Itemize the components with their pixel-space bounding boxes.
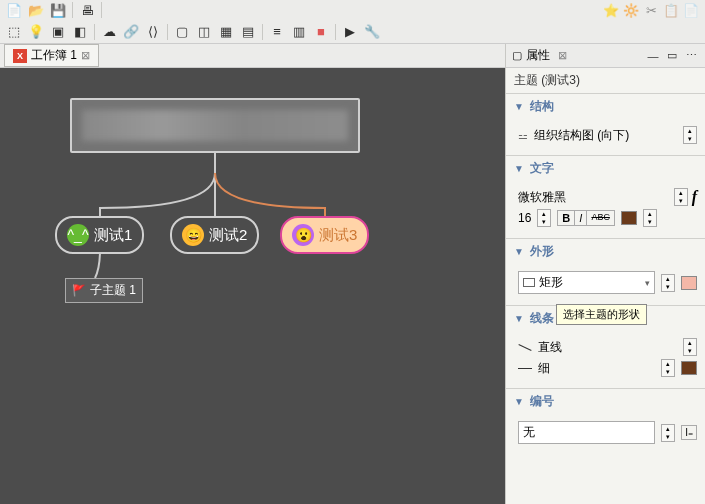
tree-icon[interactable]: ▣: [50, 24, 66, 40]
collapse-icon: ▼: [514, 396, 524, 407]
number-dropdown[interactable]: 无: [518, 421, 655, 444]
text-color-swatch[interactable]: [621, 211, 637, 225]
smile-green-icon: ^_^: [67, 224, 89, 246]
props-close-icon[interactable]: ⊠: [558, 49, 567, 62]
font-row: 微软雅黑 ▴▾ f: [518, 188, 697, 206]
color-spinner[interactable]: ▴▾: [643, 209, 657, 227]
mindmap-canvas[interactable]: ^_^ 测试1 😄 测试2 😮 测试3 🚩 子主题 1: [0, 68, 505, 504]
paste-icon[interactable]: 📄: [683, 2, 699, 18]
separator: [72, 2, 73, 18]
weight-spinner[interactable]: ▴▾: [661, 359, 675, 377]
line-weight[interactable]: 细: [538, 360, 550, 377]
node-label: 测试1: [94, 226, 132, 245]
align1-icon[interactable]: ≡: [269, 24, 285, 40]
separator: [167, 24, 168, 40]
brackets-icon[interactable]: ⟨⟩: [145, 24, 161, 40]
main-toolbar: 📄 📂 💾 🖶 ⭐ 🔆 ✂ 📋 📄: [0, 0, 705, 20]
copy-icon[interactable]: 📋: [663, 2, 679, 18]
box3-icon[interactable]: ▦: [218, 24, 234, 40]
size-spinner[interactable]: ▴▾: [537, 209, 551, 227]
italic-sample-icon[interactable]: f: [692, 188, 697, 206]
play-icon[interactable]: ▶: [342, 24, 358, 40]
text-header[interactable]: ▼ 文字: [506, 156, 705, 181]
shape-value: 矩形: [539, 274, 563, 291]
workbook-tab[interactable]: X 工作簿 1 ⊠: [4, 44, 99, 67]
number-header[interactable]: ▼ 编号: [506, 389, 705, 414]
font-size[interactable]: 16: [518, 211, 531, 225]
open-icon[interactable]: 📂: [28, 2, 44, 18]
tool-icon[interactable]: 🔧: [364, 24, 380, 40]
section-title: 结构: [530, 98, 554, 115]
strike-button[interactable]: ABC: [587, 211, 614, 225]
link-icon[interactable]: 🔗: [123, 24, 139, 40]
italic-button[interactable]: I: [575, 211, 587, 225]
line-color-swatch[interactable]: [681, 361, 697, 375]
box4-icon[interactable]: ▤: [240, 24, 256, 40]
collapse-icon: ▼: [514, 101, 524, 112]
menu-icon[interactable]: ⋯: [683, 48, 699, 64]
root-node[interactable]: [70, 98, 360, 153]
home-icon[interactable]: ⬚: [6, 24, 22, 40]
shape-tooltip: 选择主题的形状: [556, 304, 647, 325]
drop-icon[interactable]: 🔆: [623, 2, 639, 18]
line-weight-row: 细 ▴▾: [518, 359, 697, 377]
red-icon[interactable]: ■: [313, 24, 329, 40]
style-buttons: B I ABC: [557, 210, 615, 226]
node-test1[interactable]: ^_^ 测试1: [55, 216, 144, 254]
cut-icon[interactable]: ✂: [643, 2, 659, 18]
print-icon[interactable]: 🖶: [79, 2, 95, 18]
topic-indicator: 主题 (测试3): [506, 68, 705, 93]
section-line: ▼ 线条 选择主题的形状 直线 ▴▾ 细 ▴▾: [506, 305, 705, 388]
box1-icon[interactable]: ▢: [174, 24, 190, 40]
separator: [262, 24, 263, 40]
child-subtopic[interactable]: 🚩 子主题 1: [65, 278, 143, 303]
structure-header[interactable]: ▼ 结构: [506, 94, 705, 119]
separator: [94, 24, 95, 40]
workspace: X 工作簿 1 ⊠ ^_^ 测试1 😄 测试2: [0, 44, 705, 504]
section-shape: ▼ 外形 矩形 ▾ ▴▾: [506, 238, 705, 305]
section-text: ▼ 文字 微软雅黑 ▴▾ f 16 ▴▾ B I ABC: [506, 155, 705, 238]
font-name[interactable]: 微软雅黑: [518, 189, 670, 206]
collapse-icon: ▼: [514, 163, 524, 174]
font-spinner[interactable]: ▴▾: [674, 188, 688, 206]
structure-spinner[interactable]: ▴▾: [683, 126, 697, 144]
save-icon[interactable]: 💾: [50, 2, 66, 18]
number-spinner[interactable]: ▴▾: [661, 424, 675, 442]
bold-button[interactable]: B: [558, 211, 575, 225]
align2-icon[interactable]: ▥: [291, 24, 307, 40]
line-spinner[interactable]: ▴▾: [683, 338, 697, 356]
cloud-icon[interactable]: ☁: [101, 24, 117, 40]
shape-header[interactable]: ▼ 外形: [506, 239, 705, 264]
bulb-icon[interactable]: 💡: [28, 24, 44, 40]
shape-row: 矩形 ▾ ▴▾: [518, 271, 697, 294]
section-number: ▼ 编号 无 ▴▾ I₌: [506, 388, 705, 455]
root-content-blur: [82, 110, 348, 141]
flag-icon: 🚩: [72, 284, 86, 297]
shape-dropdown[interactable]: 矩形 ▾: [518, 271, 655, 294]
new-icon[interactable]: 📄: [6, 2, 22, 18]
star-icon[interactable]: ⭐: [603, 2, 619, 18]
smile-yellow-icon: 😄: [182, 224, 204, 246]
fill-color-swatch[interactable]: [681, 276, 697, 290]
line-style[interactable]: 直线: [538, 339, 562, 356]
number-format-icon[interactable]: I₌: [681, 425, 697, 440]
structure-row: ⚍ 组织结构图 (向下) ▴▾: [518, 126, 697, 144]
node-test3-selected[interactable]: 😮 测试3: [280, 216, 369, 254]
separator: [101, 2, 102, 18]
section-title: 编号: [530, 393, 554, 410]
minimize-icon[interactable]: —: [645, 48, 661, 64]
size-row: 16 ▴▾ B I ABC ▴▾: [518, 209, 697, 227]
box2-icon[interactable]: ◫: [196, 24, 212, 40]
rect-icon: [523, 278, 535, 287]
node-icon[interactable]: ◧: [72, 24, 88, 40]
number-value: 无: [523, 424, 535, 441]
node-test2[interactable]: 😄 测试2: [170, 216, 259, 254]
tab-label: 工作簿 1: [31, 47, 77, 64]
section-title: 外形: [530, 243, 554, 260]
dock-icon[interactable]: ▭: [664, 48, 680, 64]
tab-close-icon[interactable]: ⊠: [81, 49, 90, 62]
surprise-purple-icon: 😮: [292, 224, 314, 246]
shape-spinner[interactable]: ▴▾: [661, 274, 675, 292]
tab-icon: X: [13, 49, 27, 63]
org-chart-icon: ⚍: [518, 129, 528, 142]
